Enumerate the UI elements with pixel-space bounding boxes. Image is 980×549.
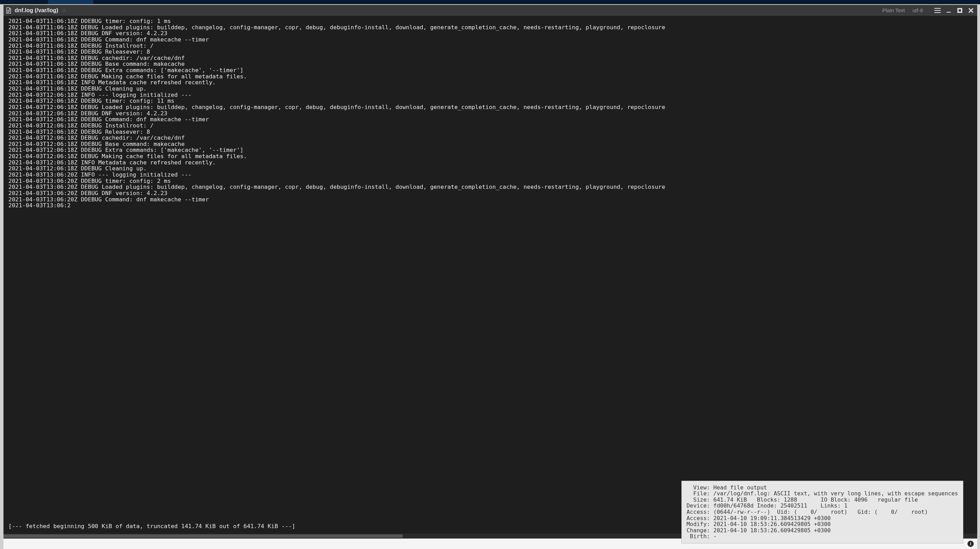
tab-title[interactable]: dnf.log (/var/log) (14, 7, 58, 14)
minimize-icon[interactable] (945, 6, 953, 14)
log-text: 2021-04-03T11:06:18Z DDEBUG timer: confi… (8, 18, 972, 209)
desktop-taskbar (0, 0, 980, 4)
hamburger-menu-icon[interactable] (933, 6, 942, 14)
encoding-selector[interactable]: utf-8 (913, 7, 923, 13)
editor-content[interactable]: 2021-04-03T11:06:18Z DDEBUG timer: confi… (3, 16, 977, 549)
svg-rect-1 (958, 9, 961, 12)
file-info-tooltip: View: Head file output File: /var/log/dn… (681, 481, 963, 543)
syntax-mode-selector[interactable]: Plain Text (882, 7, 905, 13)
horizontal-scrollbar-thumb[interactable] (3, 535, 402, 538)
truncation-note: [--- fetched beginning 500 KiB of data, … (8, 523, 296, 530)
maximize-icon[interactable] (956, 6, 964, 14)
bookmark-star-icon[interactable]: ☆ (62, 7, 67, 14)
close-icon[interactable] (967, 6, 975, 14)
titlebar: dnf.log (/var/log) ☆ Plain Text utf-8 (3, 5, 977, 16)
editor-window: dnf.log (/var/log) ☆ Plain Text utf-8 20… (3, 5, 977, 549)
info-icon[interactable]: i (967, 541, 974, 547)
document-icon (6, 7, 12, 14)
